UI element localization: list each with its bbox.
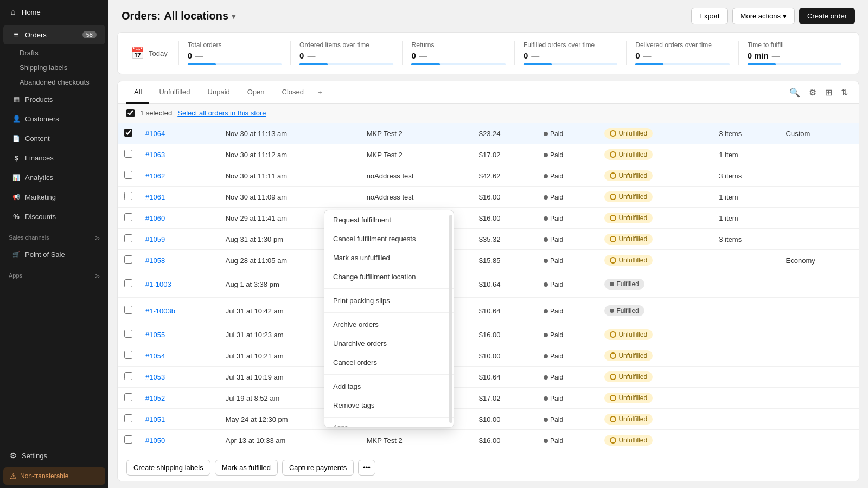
row-checkbox-cell[interactable] — [118, 430, 139, 451]
order-id[interactable]: #1058 — [145, 256, 165, 265]
row-checkbox-cell[interactable] — [118, 123, 139, 144]
row-checkbox[interactable] — [124, 435, 132, 444]
sidebar-sub-shipping[interactable]: Shipping labels — [0, 60, 108, 75]
sidebar-item-discounts[interactable]: Discounts — [3, 207, 105, 226]
order-id[interactable]: #1-1003 — [145, 280, 171, 288]
row-checkbox[interactable] — [124, 234, 132, 242]
row-checkbox-cell[interactable] — [118, 388, 139, 409]
row-checkbox-cell[interactable] — [118, 187, 139, 208]
order-id[interactable]: #1055 — [145, 331, 165, 339]
row-checkbox[interactable] — [124, 192, 132, 200]
order-id-cell[interactable]: #1061 — [139, 187, 219, 208]
row-checkbox[interactable] — [124, 279, 132, 287]
order-id-cell[interactable]: #1058 — [139, 250, 219, 271]
sidebar-item-home[interactable]: Home — [0, 0, 108, 24]
order-id[interactable]: #1053 — [145, 373, 165, 381]
order-id-cell[interactable]: #1055 — [139, 324, 219, 345]
row-checkbox[interactable] — [124, 372, 132, 380]
tab-add-button[interactable]: + — [314, 82, 327, 103]
dropdown-item-archive[interactable]: Archive orders — [324, 315, 454, 334]
row-checkbox-cell[interactable] — [118, 345, 139, 367]
dropdown-item-request-fulfillment[interactable]: Request fulfillment — [324, 210, 454, 229]
row-checkbox[interactable] — [124, 393, 132, 401]
order-id-cell[interactable]: #1060 — [139, 208, 219, 229]
dropdown-item-cancel-orders[interactable]: Cancel orders — [324, 353, 454, 372]
order-id[interactable]: #1063 — [145, 151, 165, 159]
row-checkbox-cell[interactable] — [118, 409, 139, 430]
sidebar-item-products[interactable]: Products — [3, 90, 105, 108]
sidebar-sub-abandoned[interactable]: Abandoned checkouts — [0, 75, 108, 89]
sidebar-item-finances[interactable]: Finances — [3, 149, 105, 167]
dropdown-item-cancel-fulfillment[interactable]: Cancel fulfillment requests — [324, 229, 454, 248]
row-checkbox[interactable] — [124, 330, 132, 338]
order-id-cell[interactable]: #1049 — [139, 451, 219, 454]
tab-all[interactable]: All — [126, 81, 149, 104]
create-order-button[interactable]: Create order — [799, 8, 855, 24]
row-checkbox-cell[interactable] — [118, 367, 139, 388]
mark-fulfilled-button[interactable]: Mark as fulfilled — [215, 460, 278, 476]
order-id-cell[interactable]: #1059 — [139, 229, 219, 250]
order-id[interactable]: #1060 — [145, 214, 165, 222]
row-checkbox-cell[interactable] — [118, 208, 139, 229]
dropdown-item-change-location[interactable]: Change fulfillment location — [324, 267, 454, 286]
sidebar-item-customers[interactable]: Customers — [3, 110, 105, 128]
chevron-down-icon[interactable]: ▾ — [232, 12, 235, 21]
sidebar-sub-drafts[interactable]: Drafts — [0, 46, 108, 60]
order-id[interactable]: #1064 — [145, 130, 165, 138]
order-id[interactable]: #1-1003b — [145, 307, 175, 315]
row-checkbox[interactable] — [124, 351, 132, 359]
columns-button[interactable]: ⊞ — [823, 85, 834, 100]
row-checkbox-cell[interactable] — [118, 250, 139, 271]
row-checkbox-cell[interactable] — [118, 451, 139, 454]
row-checkbox[interactable] — [124, 129, 132, 137]
order-id-cell[interactable]: #1052 — [139, 388, 219, 409]
dropdown-item-print-slips[interactable]: Print packing slips — [324, 291, 454, 310]
more-bottom-button[interactable]: ••• — [358, 460, 375, 476]
dropdown-item-unarchive[interactable]: Unarchive orders — [324, 334, 454, 353]
sidebar-item-orders[interactable]: Orders 58 — [3, 25, 105, 44]
order-id-cell[interactable]: #1-1003b — [139, 298, 219, 324]
row-checkbox-cell[interactable] — [118, 229, 139, 250]
tab-open[interactable]: Open — [240, 81, 272, 104]
dropdown-item-mark-unfulfilled[interactable]: Mark as unfulfilled — [324, 248, 454, 267]
sort-button[interactable]: ⇅ — [839, 85, 850, 100]
sidebar-item-analytics[interactable]: Analytics — [3, 168, 105, 187]
order-id-cell[interactable]: #1-1003 — [139, 271, 219, 298]
order-id-cell[interactable]: #1063 — [139, 144, 219, 165]
sidebar-item-settings[interactable]: Settings — [0, 447, 108, 464]
row-checkbox-cell[interactable] — [118, 165, 139, 187]
select-all-link[interactable]: Select all orders in this store — [177, 109, 266, 117]
sidebar-item-content[interactable]: Content — [3, 129, 105, 147]
row-checkbox[interactable] — [124, 171, 132, 179]
dropdown-scroll[interactable]: Request fulfillment Cancel fulfillment r… — [324, 210, 454, 427]
order-id-cell[interactable]: #1051 — [139, 409, 219, 430]
select-all-checkbox[interactable] — [126, 109, 135, 117]
filter-button[interactable]: ⚙ — [807, 85, 819, 100]
sidebar-item-pos[interactable]: Point of Sale — [3, 245, 105, 264]
row-checkbox[interactable] — [124, 150, 132, 158]
sidebar-item-marketing[interactable]: Marketing — [3, 188, 105, 206]
tab-closed[interactable]: Closed — [275, 81, 311, 104]
order-id[interactable]: #1059 — [145, 235, 165, 243]
row-checkbox[interactable] — [124, 213, 132, 221]
capture-payments-button[interactable]: Capture payments — [282, 460, 354, 476]
row-checkbox[interactable] — [124, 414, 132, 422]
order-id-cell[interactable]: #1064 — [139, 123, 219, 144]
dropdown-item-remove-tags[interactable]: Remove tags — [324, 396, 454, 415]
order-id-cell[interactable]: #1054 — [139, 345, 219, 367]
order-id[interactable]: #1061 — [145, 193, 165, 201]
row-checkbox[interactable] — [124, 306, 132, 314]
row-checkbox-cell[interactable] — [118, 298, 139, 324]
order-id[interactable]: #1052 — [145, 394, 165, 402]
dropdown-item-add-tags[interactable]: Add tags — [324, 377, 454, 396]
order-id-cell[interactable]: #1050 — [139, 430, 219, 451]
row-checkbox-cell[interactable] — [118, 324, 139, 345]
order-id[interactable]: #1062 — [145, 172, 165, 180]
order-id-cell[interactable]: #1053 — [139, 367, 219, 388]
order-id[interactable]: #1054 — [145, 352, 165, 360]
export-button[interactable]: Export — [691, 8, 728, 24]
more-actions-button[interactable]: More actions ▾ — [732, 8, 795, 24]
order-id[interactable]: #1050 — [145, 436, 165, 445]
create-shipping-labels-button[interactable]: Create shipping labels — [126, 460, 210, 476]
row-checkbox-cell[interactable] — [118, 144, 139, 165]
